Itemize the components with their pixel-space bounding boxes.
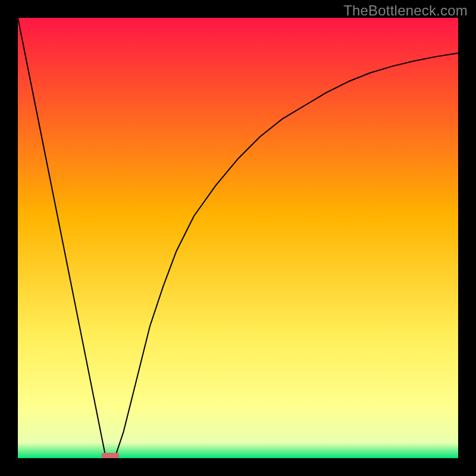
plot-svg (18, 18, 458, 458)
gradient-background (18, 18, 458, 458)
plot-area (18, 18, 458, 458)
watermark-text: TheBottleneck.com (343, 2, 468, 19)
chart-frame: TheBottleneck.com (0, 0, 476, 476)
minimum-marker (102, 453, 120, 458)
